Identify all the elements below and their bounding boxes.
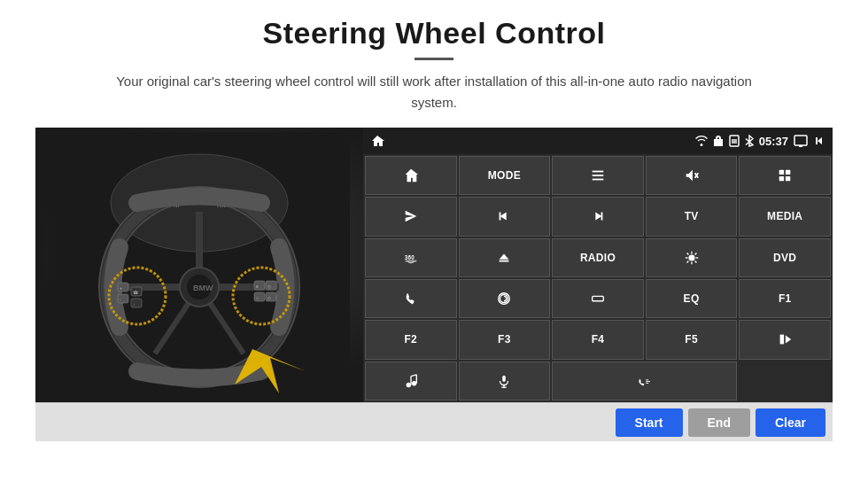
btn-f4[interactable]: F4 (552, 320, 644, 359)
svg-text:360: 360 (405, 254, 415, 260)
svg-text:☎: ☎ (133, 290, 138, 295)
subtitle: Your original car's steering wheel contr… (115, 71, 753, 113)
sim-icon (729, 135, 740, 147)
btn-radio[interactable]: RADIO (552, 238, 644, 277)
svg-text:BMW: BMW (193, 284, 213, 292)
btn-brightness[interactable] (646, 238, 738, 277)
btn-grid[interactable] (739, 156, 831, 195)
btn-volphone[interactable] (552, 362, 737, 400)
svg-marker-67 (786, 336, 791, 344)
content-row: RPM KM/H (35, 128, 833, 402)
btn-mute[interactable] (646, 156, 738, 195)
steering-wheel-bg: RPM KM/H (35, 128, 363, 402)
back-icon (813, 135, 825, 147)
svg-text:↓: ↓ (133, 301, 136, 307)
svg-line-72 (411, 375, 416, 377)
btn-f5[interactable]: F5 (646, 320, 738, 359)
start-button[interactable]: Start (616, 408, 683, 437)
svg-point-56 (688, 254, 694, 260)
control-panel: 05:37 (363, 128, 833, 402)
btn-prev[interactable] (459, 197, 551, 236)
svg-text:◇: ◇ (267, 295, 271, 300)
svg-rect-41 (593, 179, 604, 181)
svg-line-64 (694, 253, 696, 254)
status-time: 05:37 (759, 135, 788, 148)
status-bar: 05:37 (363, 128, 833, 154)
btn-next[interactable] (552, 197, 644, 236)
page-title: Steering Wheel Control (35, 16, 833, 51)
svg-marker-50 (595, 213, 601, 221)
btn-360[interactable]: 360 (365, 238, 457, 277)
btn-music[interactable] (365, 362, 457, 400)
btn-swirl[interactable] (459, 279, 551, 318)
svg-rect-38 (816, 137, 818, 144)
btn-mode[interactable]: MODE (459, 156, 551, 195)
btn-phone[interactable] (365, 279, 457, 318)
clear-button[interactable]: Clear (756, 408, 825, 437)
btn-playpause[interactable] (739, 320, 831, 359)
svg-text:+: + (120, 285, 122, 291)
lock-icon (713, 135, 724, 147)
svg-text:≡: ≡ (256, 284, 259, 289)
svg-line-61 (686, 253, 688, 254)
btn-f3[interactable]: F3 (459, 320, 551, 359)
svg-rect-53 (405, 260, 416, 262)
home-icon (370, 134, 384, 148)
page-container: Steering Wheel Control Your original car… (0, 0, 868, 482)
action-bar: Start End Clear (35, 402, 833, 441)
screen-icon (794, 135, 808, 147)
status-right: 05:37 (695, 135, 825, 148)
button-grid: MODE (363, 154, 833, 402)
end-button[interactable]: End (688, 408, 750, 437)
btn-eq[interactable]: EQ (646, 279, 738, 318)
svg-marker-66 (780, 335, 785, 345)
btn-rectangle[interactable] (552, 279, 644, 318)
btn-f1[interactable]: F1 (739, 279, 831, 318)
svg-rect-40 (593, 175, 604, 176)
svg-text:○: ○ (256, 295, 259, 300)
title-section: Steering Wheel Control Your original car… (35, 16, 833, 128)
svg-rect-55 (500, 260, 509, 262)
steering-wheel-image: RPM KM/H (35, 128, 363, 402)
svg-point-69 (412, 381, 416, 385)
svg-line-62 (694, 260, 696, 262)
svg-rect-44 (779, 170, 784, 175)
btn-dvd[interactable]: DVD (739, 238, 831, 277)
svg-text:◇: ◇ (267, 284, 271, 289)
svg-rect-35 (732, 139, 737, 144)
bottom-section: RPM KM/H (35, 128, 833, 441)
svg-rect-45 (786, 170, 790, 175)
btn-home[interactable] (365, 156, 457, 195)
svg-rect-65 (593, 296, 604, 300)
btn-media[interactable]: MEDIA (739, 197, 831, 236)
bluetooth-icon (745, 135, 754, 147)
btn-list[interactable] (552, 156, 644, 195)
svg-marker-54 (500, 253, 509, 259)
svg-rect-46 (779, 176, 784, 181)
svg-rect-37 (799, 145, 802, 147)
btn-eject[interactable] (459, 238, 551, 277)
btn-f2[interactable]: F2 (365, 320, 457, 359)
btn-send[interactable] (365, 197, 457, 236)
btn-tv[interactable]: TV (646, 197, 738, 236)
status-left (370, 134, 384, 148)
btn-mic[interactable] (459, 362, 551, 400)
svg-rect-39 (593, 171, 604, 173)
title-divider (415, 58, 453, 60)
svg-line-63 (686, 260, 688, 262)
svg-rect-73 (503, 376, 507, 382)
svg-rect-47 (786, 176, 790, 181)
wifi-icon (695, 135, 708, 147)
svg-rect-36 (794, 136, 807, 145)
svg-marker-48 (500, 213, 507, 221)
svg-point-68 (406, 383, 410, 387)
